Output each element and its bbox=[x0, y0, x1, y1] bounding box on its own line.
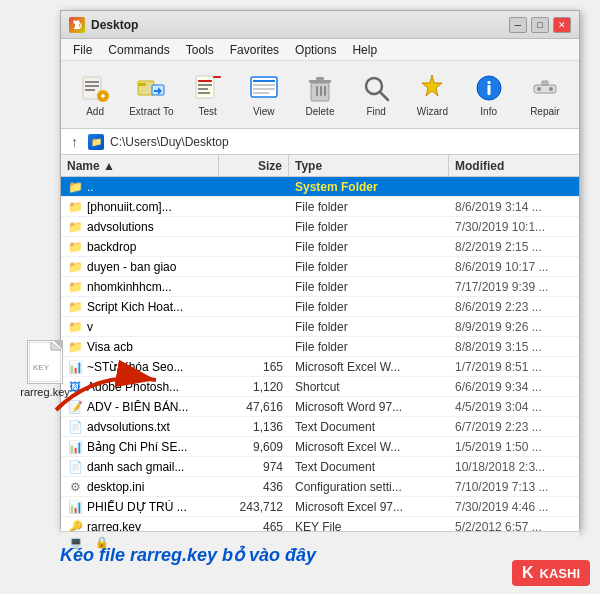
address-bar: ↑ 📁 C:\Users\Duy\Desktop bbox=[61, 129, 579, 155]
svg-rect-1 bbox=[85, 81, 99, 83]
extract-icon bbox=[135, 72, 167, 104]
file-type-icon: 📁 bbox=[67, 280, 83, 294]
minimize-button[interactable]: ─ bbox=[509, 17, 527, 33]
title-controls: ─ □ ✕ bbox=[509, 17, 571, 33]
file-type-icon: 📁 bbox=[67, 200, 83, 214]
file-row[interactable]: 📊 PHIẾU DỰ TRÙ ... 243,712 Microsoft Exc… bbox=[61, 497, 579, 517]
file-name-cell: 📁 nhomkinhhcm... bbox=[61, 277, 219, 296]
file-type-cell: Configuration setti... bbox=[289, 477, 449, 496]
file-type-cell: File folder bbox=[289, 297, 449, 316]
file-modified-cell: 7/30/2019 10:1... bbox=[449, 217, 579, 236]
file-size-cell bbox=[219, 197, 289, 216]
col-size[interactable]: Size bbox=[219, 155, 289, 176]
file-name-cell: 📁 backdrop bbox=[61, 237, 219, 256]
col-type[interactable]: Type bbox=[289, 155, 449, 176]
file-size-cell: 9,609 bbox=[219, 437, 289, 456]
file-size-cell: 1,120 bbox=[219, 377, 289, 396]
col-name[interactable]: Name ▲ bbox=[61, 155, 219, 176]
file-row[interactable]: 📁 backdrop File folder 8/2/2019 2:15 ... bbox=[61, 237, 579, 257]
svg-rect-11 bbox=[196, 76, 214, 98]
folder-nav-icon: 📁 bbox=[88, 134, 104, 150]
delete-button[interactable]: Delete bbox=[294, 66, 346, 124]
file-row[interactable]: 📄 danh sach gmail... 974 Text Document 1… bbox=[61, 457, 579, 477]
file-type-icon: 📊 bbox=[67, 440, 83, 454]
file-row[interactable]: 📁 Script Kich Hoat... File folder 8/6/20… bbox=[61, 297, 579, 317]
extract-button[interactable]: Extract To bbox=[125, 66, 177, 124]
file-size-cell: 47,616 bbox=[219, 397, 289, 416]
file-size-cell: 243,712 bbox=[219, 497, 289, 516]
file-modified-cell: 8/2/2019 2:15 ... bbox=[449, 237, 579, 256]
file-row[interactable]: 📁 [phonuiit.com]... File folder 8/6/2019… bbox=[61, 197, 579, 217]
file-row[interactable]: 🔑 rarreg.key 465 KEY File 5/2/2012 6:57 … bbox=[61, 517, 579, 531]
add-label: Add bbox=[86, 106, 104, 117]
file-type-cell: Shortcut bbox=[289, 377, 449, 396]
menu-tools[interactable]: Tools bbox=[178, 41, 222, 59]
file-modified-cell: 7/10/2019 7:13 ... bbox=[449, 477, 579, 496]
svg-rect-20 bbox=[253, 88, 275, 90]
close-button[interactable]: ✕ bbox=[553, 17, 571, 33]
file-row[interactable]: 📁 advsolutions File folder 7/30/2019 10:… bbox=[61, 217, 579, 237]
info-icon bbox=[473, 72, 505, 104]
repair-label: Repair bbox=[530, 106, 559, 117]
add-button[interactable]: Add bbox=[69, 66, 121, 124]
file-size-cell bbox=[219, 217, 289, 236]
info-button[interactable]: Info bbox=[463, 66, 515, 124]
app-icon: 🗜 bbox=[69, 17, 85, 33]
file-size-cell bbox=[219, 257, 289, 276]
col-modified[interactable]: Modified bbox=[449, 155, 579, 176]
file-name-cell: 📁 .. bbox=[61, 177, 219, 196]
svg-rect-19 bbox=[253, 84, 275, 86]
menu-commands[interactable]: Commands bbox=[100, 41, 177, 59]
address-path: C:\Users\Duy\Desktop bbox=[110, 135, 229, 149]
menu-file[interactable]: File bbox=[65, 41, 100, 59]
file-row[interactable]: 📁 .. System Folder bbox=[61, 177, 579, 197]
back-button[interactable]: ↑ bbox=[67, 134, 82, 150]
svg-rect-16 bbox=[213, 76, 221, 78]
file-type-cell: Microsoft Excel 97... bbox=[289, 497, 449, 516]
svg-rect-23 bbox=[309, 80, 331, 83]
maximize-button[interactable]: □ bbox=[531, 17, 549, 33]
repair-button[interactable]: Repair bbox=[519, 66, 571, 124]
menu-favorites[interactable]: Favorites bbox=[222, 41, 287, 59]
file-row[interactable]: ⚙ desktop.ini 436 Configuration setti...… bbox=[61, 477, 579, 497]
instruction-text: Kéo file rarreg.key bỏ vào đây bbox=[60, 544, 316, 566]
file-size-cell bbox=[219, 237, 289, 256]
file-size-cell bbox=[219, 177, 289, 196]
find-button[interactable]: Find bbox=[350, 66, 402, 124]
file-row[interactable]: 📁 v File folder 8/9/2019 9:26 ... bbox=[61, 317, 579, 337]
menu-options[interactable]: Options bbox=[287, 41, 344, 59]
menu-help[interactable]: Help bbox=[344, 41, 385, 59]
svg-point-37 bbox=[549, 87, 553, 91]
svg-rect-13 bbox=[198, 84, 212, 86]
file-row[interactable]: 📁 nhomkinhhcm... File folder 7/17/2019 9… bbox=[61, 277, 579, 297]
file-modified-cell: 8/8/2019 3:15 ... bbox=[449, 337, 579, 356]
file-row[interactable]: 📊 Bảng Chi Phí SE... 9,609 Microsoft Exc… bbox=[61, 437, 579, 457]
file-type-cell: File folder bbox=[289, 217, 449, 236]
svg-rect-3 bbox=[85, 89, 95, 91]
test-icon bbox=[192, 72, 224, 104]
file-name-cell: 📁 [phonuiit.com]... bbox=[61, 197, 219, 216]
file-type-cell: Text Document bbox=[289, 457, 449, 476]
file-type-icon: 🔑 bbox=[67, 520, 83, 532]
kashi-k: K bbox=[522, 564, 534, 582]
file-type-icon: 📄 bbox=[67, 460, 83, 474]
svg-marker-30 bbox=[422, 75, 442, 96]
extract-label: Extract To bbox=[129, 106, 173, 117]
svg-rect-2 bbox=[85, 85, 99, 87]
file-row[interactable]: 📁 duyen - ban giao File folder 8/6/2019 … bbox=[61, 257, 579, 277]
file-modified-cell: 1/7/2019 8:51 ... bbox=[449, 357, 579, 376]
view-button[interactable]: View bbox=[238, 66, 290, 124]
view-label: View bbox=[253, 106, 275, 117]
test-button[interactable]: Test bbox=[181, 66, 233, 124]
winrar-window: 🗜 Desktop ─ □ ✕ File Commands Tools Favo… bbox=[60, 10, 580, 530]
file-name-cell: 📁 Script Kich Hoat... bbox=[61, 297, 219, 316]
wizard-button[interactable]: Wizard bbox=[406, 66, 458, 124]
file-type-icon: ⚙ bbox=[67, 480, 83, 494]
file-modified-cell: 1/5/2019 1:50 ... bbox=[449, 437, 579, 456]
svg-line-29 bbox=[380, 92, 388, 100]
window-title: Desktop bbox=[91, 18, 138, 32]
svg-rect-6 bbox=[102, 94, 104, 98]
file-size-cell bbox=[219, 297, 289, 316]
svg-rect-15 bbox=[198, 92, 210, 94]
svg-rect-25 bbox=[316, 86, 318, 96]
